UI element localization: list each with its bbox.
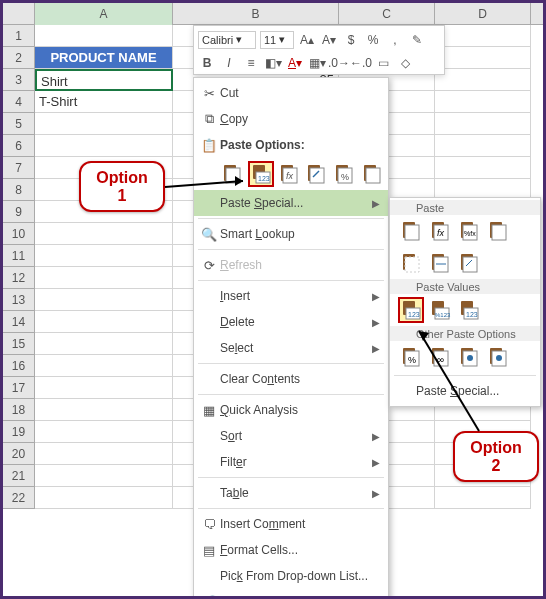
- comma-style-icon[interactable]: ,: [386, 31, 404, 49]
- align-icon[interactable]: ≡: [242, 54, 260, 72]
- sub-paste-formulas-num-icon[interactable]: %fx: [456, 218, 482, 244]
- sub-paste-link-icon[interactable]: ∞: [427, 344, 453, 370]
- cell-header[interactable]: PRODUCT NAME: [35, 47, 173, 69]
- cell[interactable]: [435, 25, 531, 47]
- fill-color-icon[interactable]: ◧▾: [264, 54, 282, 72]
- currency-icon[interactable]: $: [342, 31, 360, 49]
- menu-hyperlink[interactable]: 🔗Hyperlink...: [194, 589, 388, 599]
- sub-paste-transpose-icon[interactable]: [456, 250, 482, 276]
- cell[interactable]: [35, 399, 173, 421]
- format-painter-icon[interactable]: ✎: [408, 31, 426, 49]
- paste-link-icon[interactable]: [359, 161, 384, 187]
- row-header[interactable]: 11: [3, 245, 35, 267]
- menu-delete[interactable]: Delete▶: [194, 309, 388, 335]
- menu-format-cells[interactable]: ▤Format Cells...: [194, 537, 388, 563]
- row-header[interactable]: 22: [3, 487, 35, 509]
- col-header-B[interactable]: B: [173, 3, 339, 25]
- cell-selected[interactable]: Shirt: [35, 69, 173, 91]
- cell[interactable]: [435, 157, 531, 179]
- cell[interactable]: [435, 113, 531, 135]
- paste-transpose-icon[interactable]: [304, 161, 329, 187]
- menu-pick-dropdown[interactable]: Pick From Drop-down List...: [194, 563, 388, 589]
- row-header[interactable]: 19: [3, 421, 35, 443]
- cell[interactable]: [35, 223, 173, 245]
- cell[interactable]: [435, 69, 531, 91]
- row-header[interactable]: 21: [3, 465, 35, 487]
- row-header[interactable]: 12: [3, 267, 35, 289]
- font-size-combo[interactable]: 11 ▾: [260, 31, 294, 49]
- row-header[interactable]: 3: [3, 69, 35, 91]
- menu-copy[interactable]: ⧉Copy: [194, 106, 388, 132]
- paste-formulas-icon[interactable]: fx: [277, 161, 302, 187]
- row-header[interactable]: 5: [3, 113, 35, 135]
- font-name-combo[interactable]: Calibri ▾: [198, 31, 256, 49]
- cell[interactable]: [35, 113, 173, 135]
- row-header[interactable]: 8: [3, 179, 35, 201]
- row-header[interactable]: 10: [3, 223, 35, 245]
- menu-smart-lookup[interactable]: 🔍Smart Lookup: [194, 221, 388, 247]
- cell[interactable]: [435, 47, 531, 69]
- col-header-D[interactable]: D: [435, 3, 531, 25]
- sub-paste-values-num-icon[interactable]: %123: [427, 297, 453, 323]
- row-header[interactable]: 18: [3, 399, 35, 421]
- sub-paste-picture-icon[interactable]: [456, 344, 482, 370]
- sub-paste-all-icon[interactable]: [398, 218, 424, 244]
- cell[interactable]: [35, 25, 173, 47]
- sub-paste-format-icon[interactable]: %: [398, 344, 424, 370]
- row-header[interactable]: 14: [3, 311, 35, 333]
- paste-formatting-icon[interactable]: %: [332, 161, 357, 187]
- decrease-font-icon[interactable]: A▾: [320, 31, 338, 49]
- cell[interactable]: T-Shirt: [35, 91, 173, 113]
- menu-clear-contents[interactable]: Clear Contents: [194, 366, 388, 392]
- cell[interactable]: [35, 487, 173, 509]
- menu-quick-analysis[interactable]: ▦Quick Analysis: [194, 397, 388, 423]
- col-header-C[interactable]: C: [339, 3, 435, 25]
- sub-paste-formulas-icon[interactable]: fx: [427, 218, 453, 244]
- borders-icon[interactable]: ▦▾: [308, 54, 326, 72]
- sub-paste-keep-format-icon[interactable]: [485, 218, 511, 244]
- menu-cut[interactable]: ✂Cut: [194, 80, 388, 106]
- select-all-corner[interactable]: [3, 3, 35, 24]
- cell[interactable]: [435, 135, 531, 157]
- row-header[interactable]: 16: [3, 355, 35, 377]
- menu-paste-special[interactable]: Paste Special...▶: [194, 190, 388, 216]
- col-header-A[interactable]: A: [35, 3, 173, 25]
- row-header[interactable]: 20: [3, 443, 35, 465]
- sub-paste-linked-picture-icon[interactable]: [485, 344, 511, 370]
- sub-paste-colwidth-icon[interactable]: [427, 250, 453, 276]
- row-header[interactable]: 1: [3, 25, 35, 47]
- menu-insert[interactable]: Insert▶: [194, 283, 388, 309]
- cell[interactable]: [35, 135, 173, 157]
- merge-icon[interactable]: ▭: [374, 54, 392, 72]
- cell[interactable]: [35, 465, 173, 487]
- menu-select[interactable]: Select▶: [194, 335, 388, 361]
- sub-paste-values-icon[interactable]: 123: [398, 297, 424, 323]
- cell[interactable]: [35, 245, 173, 267]
- menu-table[interactable]: Table▶: [194, 480, 388, 506]
- submenu-paste-special[interactable]: Paste Special...: [390, 378, 540, 404]
- row-header[interactable]: 2: [3, 47, 35, 69]
- row-header[interactable]: 7: [3, 157, 35, 179]
- cell[interactable]: [435, 487, 531, 509]
- row-header[interactable]: 6: [3, 135, 35, 157]
- row-header[interactable]: 9: [3, 201, 35, 223]
- cell[interactable]: [35, 355, 173, 377]
- italic-icon[interactable]: I: [220, 54, 238, 72]
- clear-format-icon[interactable]: ◇: [396, 54, 414, 72]
- percent-icon[interactable]: %: [364, 31, 382, 49]
- cell[interactable]: [35, 421, 173, 443]
- row-header[interactable]: 15: [3, 333, 35, 355]
- cell[interactable]: [35, 443, 173, 465]
- bold-icon[interactable]: B: [198, 54, 216, 72]
- menu-insert-comment[interactable]: 🗨Insert Comment: [194, 511, 388, 537]
- row-header[interactable]: 17: [3, 377, 35, 399]
- sub-paste-values-format-icon[interactable]: 123: [456, 297, 482, 323]
- paste-all-icon[interactable]: [220, 161, 245, 187]
- cell[interactable]: [35, 333, 173, 355]
- paste-values-icon[interactable]: 123: [248, 161, 274, 187]
- sub-paste-noborders-icon[interactable]: [398, 250, 424, 276]
- menu-sort[interactable]: Sort▶: [194, 423, 388, 449]
- row-header[interactable]: 4: [3, 91, 35, 113]
- decrease-decimal-icon[interactable]: ←.0: [352, 54, 370, 72]
- cell[interactable]: [35, 267, 173, 289]
